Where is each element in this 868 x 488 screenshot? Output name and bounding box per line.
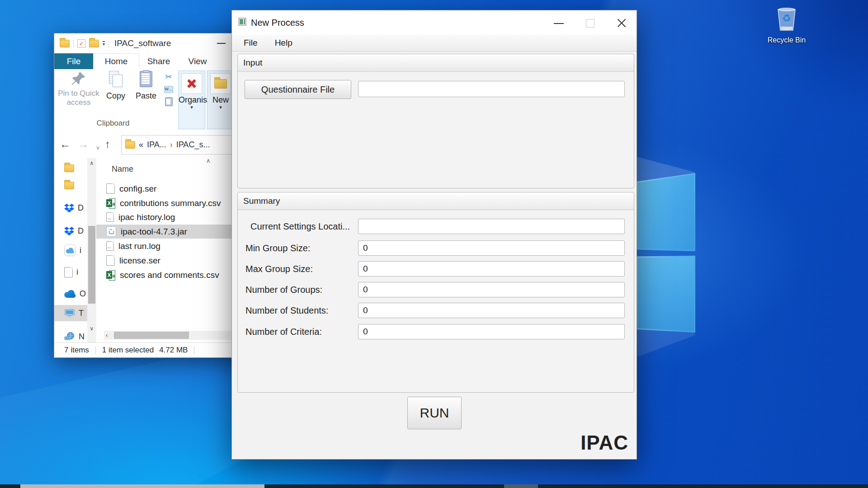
copy-path-icon[interactable]: W… [164, 86, 173, 93]
up-icon[interactable]: ↑ [105, 137, 110, 151]
new-folder-icon-box [210, 73, 231, 94]
sort-ascending-icon[interactable]: ∧ [206, 158, 211, 164]
explorer-minimize-icon[interactable] [217, 43, 226, 44]
column-header-name[interactable]: Name [112, 164, 133, 174]
settings-location-field[interactable] [358, 219, 625, 234]
breadcrumb-current[interactable]: IPAC_s... [176, 140, 210, 150]
pin-icon [57, 71, 100, 87]
organise-caret-icon: ▾ [179, 105, 205, 109]
log-file-icon [106, 212, 114, 222]
sidebar-item-onedrive[interactable]: O [54, 286, 87, 302]
questionnaire-file-button[interactable]: Questionnaire File [245, 80, 351, 99]
min-group-size-field[interactable] [358, 240, 625, 256]
navigation-pane: D D i i [54, 158, 87, 343]
delete-icon-box [181, 73, 202, 94]
max-group-size-row: Max Group Size: [238, 261, 634, 277]
divider [73, 39, 74, 47]
input-section-header[interactable]: Input [238, 54, 634, 72]
sidebar-item-folder[interactable] [54, 160, 87, 176]
tab-home[interactable]: Home [93, 53, 139, 69]
tab-view[interactable]: View [178, 53, 217, 69]
sidebar-item-dropbox[interactable]: D [54, 200, 87, 216]
address-folder-icon [125, 141, 135, 149]
settings-location-label: Current Settings Locati... [250, 219, 350, 234]
copy-button[interactable]: Copy [102, 71, 129, 100]
sidebar-scrollbar[interactable]: ∧ ∨ [87, 158, 96, 343]
ipac-brand-text: IPAC [580, 432, 628, 454]
divider [95, 346, 96, 354]
max-group-size-field[interactable] [358, 261, 625, 277]
sidebar-item-folder[interactable] [54, 177, 87, 193]
sidebar-item-dropbox[interactable]: D [54, 223, 87, 239]
breadcrumb-root[interactable]: IPA... [147, 140, 166, 150]
folder-icon [64, 182, 74, 189]
customize-toolbar-icon[interactable]: ▾ [103, 41, 105, 46]
cut-icon[interactable]: ✂ [165, 72, 172, 82]
number-of-groups-field[interactable] [358, 282, 625, 297]
dialog-menubar: File Help [232, 35, 637, 52]
file-name: license.ser [119, 256, 160, 266]
run-button[interactable]: RUN [407, 397, 462, 429]
recent-locations-icon[interactable]: ∨ [96, 141, 100, 155]
quick-access-folder-icon[interactable] [89, 40, 99, 47]
number-of-students-field[interactable] [358, 303, 625, 318]
recycle-bin-shortcut[interactable]: ♻ Recycle Bin [763, 5, 810, 44]
dropbox-icon [64, 204, 74, 212]
file-name: last run.log [118, 241, 160, 251]
back-icon[interactable]: ← [60, 137, 71, 151]
taskbar-segment [20, 484, 264, 488]
file-icon [64, 267, 73, 277]
dialog-close-icon[interactable] [617, 18, 627, 28]
pin-to-quick-access-button[interactable]: Pin to Quick access [57, 71, 100, 107]
sidebar-label: i [76, 267, 78, 277]
taskbar[interactable] [0, 484, 868, 488]
scroll-down-icon[interactable]: ∨ [87, 325, 96, 332]
sidebar-label: N [79, 332, 85, 342]
copy-label: Copy [102, 91, 129, 100]
scrollbar-thumb[interactable] [114, 332, 189, 339]
summary-section-header[interactable]: Summary [238, 192, 634, 210]
run-label: RUN [420, 405, 449, 421]
menu-help[interactable]: Help [275, 38, 292, 48]
min-group-size-label: Min Group Size: [245, 240, 310, 256]
sidebar-item-icloud[interactable]: i [54, 242, 87, 258]
clipboard-group-label: Clipboard [86, 119, 140, 128]
tab-share[interactable]: Share [139, 53, 178, 69]
summary-section-title: Summary [243, 196, 280, 206]
scroll-left-icon[interactable]: ‹ [106, 332, 108, 338]
organise-group-button[interactable]: Organise ▾ [178, 70, 205, 129]
menu-file[interactable]: File [244, 38, 258, 48]
number-of-groups-label: Number of Groups: [245, 282, 322, 297]
divider [194, 346, 194, 354]
scroll-up-icon[interactable]: ∧ [87, 160, 96, 166]
sidebar-item-network[interactable]: N [54, 328, 87, 343]
dialog-minimize-icon[interactable] [554, 23, 564, 24]
new-label: New [208, 95, 234, 105]
breadcrumb-overflow[interactable]: « [139, 140, 143, 150]
sidebar-item-icloud-drive[interactable]: i [54, 264, 87, 280]
file-name: scores and comments.csv [120, 270, 219, 280]
min-group-size-row: Min Group Size: [238, 240, 634, 256]
breadcrumb-separator-icon: › [170, 140, 173, 150]
number-of-criteria-field[interactable] [358, 324, 625, 339]
paste-button[interactable]: Paste [132, 71, 160, 100]
sidebar-label: O [80, 289, 86, 299]
questionnaire-file-field[interactable] [358, 81, 625, 97]
forward-icon[interactable]: → [78, 137, 89, 151]
number-of-criteria-label: Number of Criteria: [245, 324, 322, 339]
sidebar-item-this-pc[interactable]: T [54, 305, 87, 321]
pin-label-line2: access [57, 98, 100, 107]
organise-label: Organise [179, 95, 205, 105]
dialog-maximize-icon [586, 19, 594, 28]
max-group-size-label: Max Group Size: [245, 261, 313, 277]
scrollbar-thumb[interactable] [88, 226, 95, 304]
number-of-students-row: Number of Students: [238, 303, 634, 318]
divider [108, 39, 109, 47]
recycle-glyph: ♻ [782, 13, 791, 24]
file-name: ipac history.log [118, 212, 175, 222]
paste-shortcut-icon[interactable] [165, 97, 173, 106]
quick-access-check-icon[interactable]: ✓ [77, 39, 85, 47]
tab-file[interactable]: File [54, 53, 93, 69]
new-group-button[interactable]: New ▾ [207, 70, 234, 129]
dialog-titlebar[interactable]: New Process [232, 10, 637, 35]
